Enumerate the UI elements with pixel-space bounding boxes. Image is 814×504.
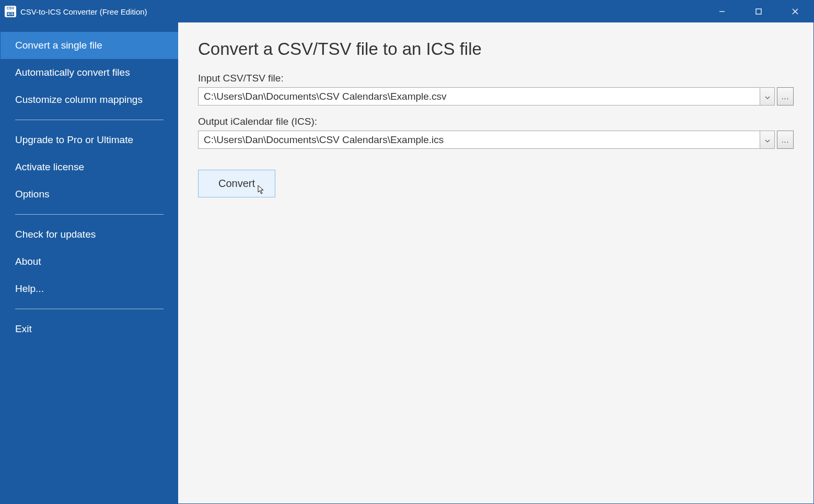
input-file-dropdown-button[interactable] — [760, 88, 774, 105]
output-file-group: Output iCalendar file (ICS): ... — [198, 116, 794, 149]
app-window: CSV-to-ICS Converter (Free Edition) Conv… — [0, 0, 814, 504]
sidebar-item-options[interactable]: Options — [1, 181, 178, 208]
convert-button[interactable]: Convert — [198, 170, 275, 197]
sidebar-item-label: Customize column mappings — [15, 94, 143, 105]
minimize-button[interactable] — [704, 1, 740, 22]
sidebar-item-label: Automatically convert files — [15, 67, 130, 78]
main-panel: Convert a CSV/TSV file to an ICS file In… — [178, 22, 813, 503]
output-file-browse-button[interactable]: ... — [777, 131, 794, 149]
sidebar-item-label: About — [15, 256, 41, 267]
sidebar-divider — [15, 120, 164, 120]
cursor-icon — [258, 185, 266, 195]
sidebar-item-auto-convert[interactable]: Automatically convert files — [1, 59, 178, 86]
sidebar-item-exit[interactable]: Exit — [1, 315, 178, 343]
convert-button-label: Convert — [218, 178, 255, 189]
chevron-down-icon — [765, 92, 770, 101]
maximize-button[interactable] — [740, 1, 777, 22]
app-icon — [5, 6, 16, 17]
sidebar-item-about[interactable]: About — [1, 248, 178, 275]
input-file-browse-button[interactable]: ... — [777, 87, 794, 106]
sidebar-item-upgrade[interactable]: Upgrade to Pro or Ultimate — [1, 126, 178, 154]
input-file-group: Input CSV/TSV file: ... — [198, 73, 794, 106]
sidebar-divider — [15, 309, 164, 309]
sidebar: Convert a single file Automatically conv… — [1, 22, 178, 503]
close-button[interactable] — [777, 1, 813, 22]
sidebar-item-label: Activate license — [15, 161, 84, 172]
sidebar-item-label: Exit — [15, 323, 32, 334]
input-file-field[interactable] — [199, 88, 760, 105]
output-file-field[interactable] — [199, 131, 760, 148]
sidebar-item-label: Upgrade to Pro or Ultimate — [15, 134, 133, 145]
sidebar-item-customize-mappings[interactable]: Customize column mappings — [1, 86, 178, 113]
window-title: CSV-to-ICS Converter (Free Edition) — [20, 7, 147, 16]
output-file-label: Output iCalendar file (ICS): — [198, 116, 794, 127]
sidebar-item-activate-license[interactable]: Activate license — [1, 154, 178, 181]
output-file-combo[interactable] — [198, 131, 775, 149]
sidebar-item-help[interactable]: Help... — [1, 275, 178, 302]
sidebar-item-label: Help... — [15, 283, 44, 294]
chevron-down-icon — [765, 135, 770, 145]
sidebar-item-label: Check for updates — [15, 229, 96, 240]
sidebar-item-label: Options — [15, 189, 49, 200]
sidebar-item-convert-single[interactable]: Convert a single file — [1, 32, 178, 59]
output-file-dropdown-button[interactable] — [760, 131, 774, 148]
input-file-label: Input CSV/TSV file: — [198, 73, 794, 84]
input-file-combo[interactable] — [198, 87, 775, 106]
sidebar-item-label: Convert a single file — [15, 40, 102, 51]
sidebar-divider — [15, 214, 164, 215]
sidebar-item-check-updates[interactable]: Check for updates — [1, 221, 178, 248]
page-title: Convert a CSV/TSV file to an ICS file — [198, 39, 794, 59]
svg-rect-1 — [756, 9, 761, 14]
titlebar[interactable]: CSV-to-ICS Converter (Free Edition) — [1, 1, 813, 22]
window-controls — [704, 1, 813, 22]
